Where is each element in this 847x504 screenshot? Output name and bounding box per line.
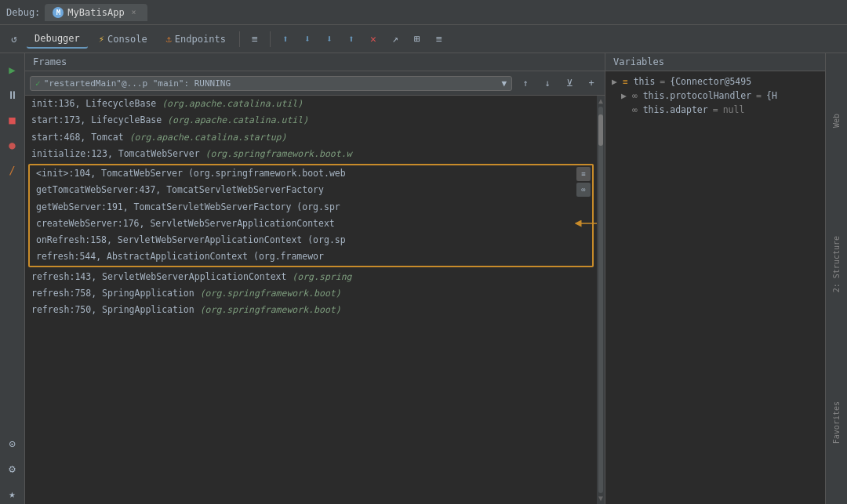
sidebar-camera-icon[interactable]: ⊙ (2, 433, 23, 454)
var-equals: = (756, 90, 762, 101)
debugger-tab-label: Debugger (35, 33, 80, 44)
thread-dropdown[interactable]: ✓ "restartedMain"@...p "main": RUNNING ▼ (30, 76, 512, 91)
sidebar-label-favorites[interactable]: Favorites (832, 401, 841, 444)
highlighted-frame-item[interactable]: getWebServer:191, TomcatServletWebServer… (30, 199, 592, 216)
toolbar-separator-2 (270, 31, 271, 47)
tab-console[interactable]: ⚡ Console (91, 31, 155, 48)
refresh-button[interactable]: ↺ (5, 30, 24, 49)
scroll-thumb (598, 114, 603, 146)
var-name-this: this (634, 76, 656, 87)
sidebar-gear-icon[interactable]: ⚙ (2, 459, 23, 479)
right-sidebar: Web 2: Structure Favorites (825, 53, 847, 504)
highlighted-frame-item[interactable]: getTomcatWebServer:437, TomcatServletWeb… (30, 182, 592, 198)
left-sidebar: ▶ ⏸ ■ ● / ⊙ ⚙ ★ (0, 53, 25, 504)
variable-protocol-handler[interactable]: ▶ ∞ this.protocolHandler = {H (605, 89, 825, 103)
var-name-adapter: this.adapter (643, 104, 708, 115)
sidebar-stop-icon[interactable]: ■ (2, 110, 23, 130)
close-tab-button[interactable]: × (129, 7, 140, 18)
sidebar-pause-icon[interactable]: ⏸ (2, 85, 23, 105)
annotation-row: createWebServer:176, ServletWebServerApp… (30, 216, 592, 232)
highlighted-frame-item[interactable]: onRefresh:158, ServletWebServerApplicati… (30, 232, 592, 248)
frame-item[interactable]: initialize:123, TomcatWebServer (org.spr… (25, 146, 597, 162)
app-tab[interactable]: M MyBatisApp × (45, 4, 147, 21)
sidebar-pin-icon[interactable]: ★ (2, 484, 23, 504)
frames-down-button[interactable]: ↓ (539, 74, 556, 92)
top-tab-bar: Debug: M MyBatisApp × (0, 0, 847, 25)
frames-panel-body: init:136, LifecycleBase (org.apache.cata… (25, 96, 605, 504)
frames-add-button[interactable]: + (583, 74, 600, 92)
debug-content: Frames ✓ "restartedMain"@...p "main": RU… (25, 53, 825, 504)
sidebar-scratch-icon[interactable]: / (2, 160, 23, 180)
highlighted-frames-group: <init>:104, TomcatWebServer (org.springf… (28, 164, 594, 267)
variables-header-label: Variables (613, 56, 664, 67)
variable-adapter[interactable]: ▶ ∞ this.adapter = null (605, 103, 825, 117)
var-equals: = (660, 76, 665, 87)
var-value-protocol-handler: {H (766, 90, 777, 101)
frame-item[interactable]: start:468, Tomcat (org.apache.catalina.s… (25, 129, 597, 146)
variables-list: ▶ ≡ this = {Connector@5495 ▶ ∞ this.prot… (605, 71, 825, 504)
var-value-adapter: null (723, 104, 745, 115)
toolbar-separator-1 (239, 31, 240, 47)
console-tab-label: Console (107, 34, 147, 45)
frame-action-icons: ≡ ∞ (576, 167, 591, 197)
frame-item[interactable]: refresh:758, SpringApplication (org.spri… (25, 285, 597, 302)
mybatis-icon: M (53, 7, 64, 18)
frames-panel-header: Frames (25, 53, 605, 71)
sidebar-run-icon[interactable]: ● (2, 135, 23, 155)
expand-arrow-icon[interactable]: ▶ (612, 76, 620, 87)
debug-split: Frames ✓ "restartedMain"@...p "main": RU… (25, 53, 825, 504)
console-icon: ⚡ (99, 34, 104, 45)
variable-this[interactable]: ▶ ≡ this = {Connector@5495 (605, 74, 825, 89)
var-value-this: {Connector@5495 (670, 76, 751, 87)
frames-panel: Frames ✓ "restartedMain"@...p "main": RU… (25, 53, 605, 504)
highlighted-frame-item[interactable]: createWebServer:176, ServletWebServerApp… (30, 216, 592, 232)
app-tab-label: MyBatisApp (67, 7, 124, 18)
run-to-cursor-button[interactable]: ↗ (386, 30, 405, 49)
highlighted-frame-item[interactable]: refresh:544, AbstractApplicationContext … (30, 248, 592, 265)
copy-icon[interactable]: ≡ (576, 167, 591, 181)
scroll-up-arrow[interactable]: ▲ (598, 97, 603, 105)
stop-button[interactable]: ✕ (364, 30, 383, 49)
variables-panel: Variables ▶ ≡ this = {Connector@5495 ▶ ∞ (605, 53, 825, 504)
frames-filter-button[interactable]: ⊻ (561, 74, 578, 92)
step-into-button[interactable]: ⬇ (298, 30, 317, 49)
main-area: ▶ ⏸ ■ ● / ⊙ ⚙ ★ Frames ✓ "restartedMain"… (0, 53, 847, 504)
frames-scrollbar[interactable]: ▲ ▼ (597, 96, 605, 504)
scroll-down-arrow[interactable]: ▼ (598, 495, 603, 502)
scroll-track[interactable] (598, 107, 603, 493)
frames-up-button[interactable]: ↑ (517, 74, 534, 92)
endpoints-tab-label: Endpoints (175, 34, 226, 45)
expand-arrow-icon[interactable]: ▶ (621, 90, 629, 101)
variables-panel-header: Variables (605, 53, 825, 71)
step-into-my-code-button[interactable]: ⬇ (320, 30, 339, 49)
sidebar-label-web[interactable]: Web (832, 114, 841, 128)
frame-item[interactable]: refresh:750, SpringApplication (org.spri… (25, 302, 597, 318)
binocular-icon[interactable]: ∞ (576, 183, 591, 197)
endpoints-icon: ⚓ (166, 34, 172, 45)
evaluate-expression-button[interactable]: ⊞ (408, 30, 427, 49)
tab-endpoints[interactable]: ⚓ Endpoints (158, 31, 234, 48)
tab-debugger[interactable]: Debugger (27, 30, 88, 49)
frame-item[interactable]: start:173, LifecycleBase (org.apache.cat… (25, 112, 597, 129)
frame-item[interactable]: init:136, LifecycleBase (org.apache.cata… (25, 96, 597, 112)
step-over-button[interactable]: ⬆ (276, 30, 295, 49)
frame-item[interactable]: refresh:143, ServletWebServerApplication… (25, 269, 597, 285)
highlighted-frame-item[interactable]: <init>:104, TomcatWebServer (org.springf… (30, 165, 592, 182)
var-name-protocol-handler: this.protocolHandler (643, 90, 751, 101)
var-equals: = (713, 104, 718, 115)
frames-list[interactable]: init:136, LifecycleBase (org.apache.cata… (25, 96, 597, 504)
step-out-button[interactable]: ⬆ (342, 30, 361, 49)
resume-program-button[interactable]: ≡ (245, 30, 264, 49)
toolbar: ↺ Debugger ⚡ Console ⚓ Endpoints ≡ ⬆ ⬇ ⬇… (0, 25, 847, 53)
sidebar-label-structure[interactable]: 2: Structure (832, 236, 841, 292)
frames-inner: init:136, LifecycleBase (org.apache.cata… (25, 96, 597, 504)
var-type-icon: ≡ (623, 77, 628, 87)
dropdown-arrow-icon: ▼ (501, 78, 507, 89)
list-view-button[interactable]: ≡ (430, 30, 449, 49)
running-check-icon: ✓ (35, 78, 41, 89)
var-type-icon: ∞ (632, 91, 638, 101)
frames-header-label: Frames (33, 56, 67, 67)
debug-label: Debug: (6, 7, 40, 18)
thread-selector: ✓ "restartedMain"@...p "main": RUNNING ▼… (25, 71, 605, 96)
sidebar-resume-icon[interactable]: ▶ (2, 60, 23, 80)
